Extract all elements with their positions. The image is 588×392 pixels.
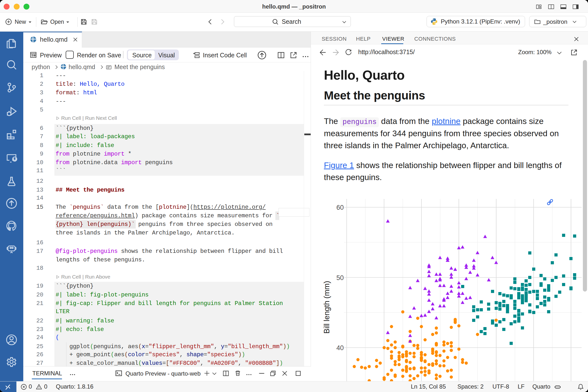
svg-text:Bill length (mm): Bill length (mm): [322, 281, 331, 334]
svg-text:50: 50: [336, 274, 344, 282]
svg-text:60: 60: [336, 204, 344, 211]
svg-text:40: 40: [336, 344, 344, 352]
